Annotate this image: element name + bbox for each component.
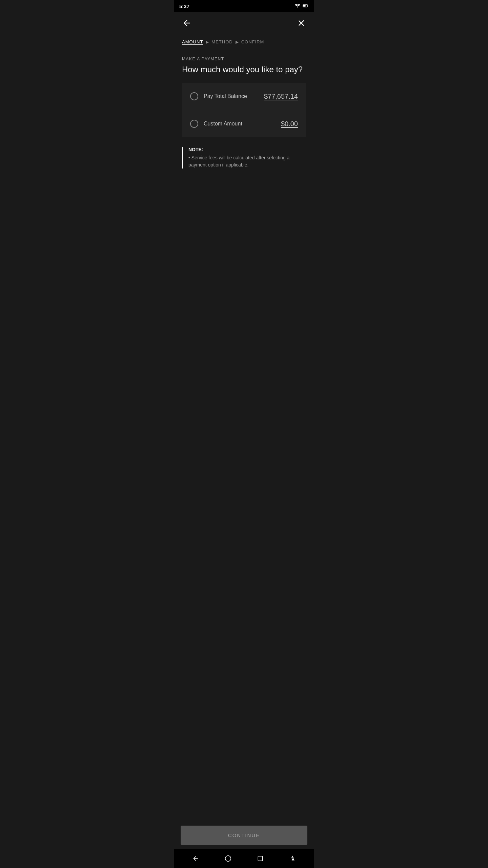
stepper-nav: AMOUNT ▶ METHOD ▶ CONFIRM: [174, 34, 314, 51]
step-amount[interactable]: AMOUNT: [182, 39, 203, 44]
step-confirm[interactable]: CONFIRM: [241, 39, 264, 44]
status-time: 5:37: [179, 3, 189, 9]
svg-rect-1: [303, 5, 306, 6]
back-button[interactable]: [181, 17, 193, 29]
section-label: MAKE A PAYMENT: [182, 57, 306, 61]
payment-options: Pay Total Balance $77,657.14 Custom Amou…: [182, 83, 306, 137]
option-total-balance[interactable]: Pay Total Balance $77,657.14: [182, 83, 306, 110]
radio-custom-amount[interactable]: [190, 120, 198, 128]
step-method[interactable]: METHOD: [211, 39, 232, 44]
radio-total-balance[interactable]: [190, 92, 198, 100]
section-title: How much would you like to pay?: [182, 64, 306, 75]
option-custom-amount-label: Custom Amount: [204, 121, 242, 127]
option-custom-amount[interactable]: Custom Amount $0.00: [182, 110, 306, 137]
status-icons: [294, 3, 309, 9]
note-bar: [182, 147, 183, 169]
step-arrow-2: ▶: [236, 40, 239, 44]
close-button[interactable]: [295, 17, 307, 29]
option-custom-amount-value: $0.00: [281, 120, 298, 128]
battery-icon: [303, 3, 309, 9]
option-total-balance-amount: $77,657.14: [264, 93, 298, 100]
header: [174, 12, 314, 34]
step-arrow-1: ▶: [206, 40, 209, 44]
main-content: MAKE A PAYMENT How much would you like t…: [174, 51, 314, 174]
note-container: NOTE: • Service fees will be calculated …: [182, 147, 306, 169]
option-total-balance-label: Pay Total Balance: [204, 93, 247, 99]
note-text: • Service fees will be calculated after …: [188, 154, 306, 169]
wifi-icon: [294, 3, 301, 9]
note-title: NOTE:: [188, 147, 306, 152]
status-bar: 5:37: [174, 0, 314, 12]
